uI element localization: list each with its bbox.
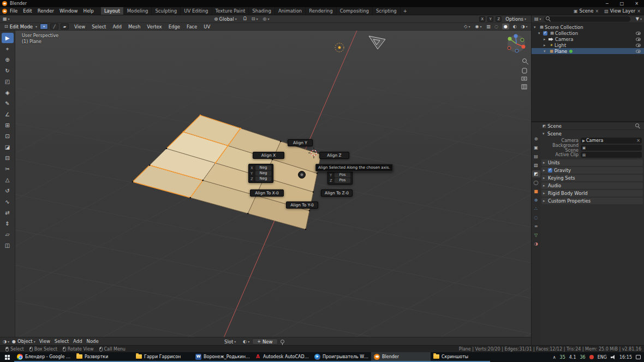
view-layer-selector[interactable]: ▧ View Layer: [604, 8, 641, 14]
disclosure-icon[interactable]: [544, 37, 548, 41]
smooth-tool-button[interactable]: ∿: [2, 197, 14, 207]
shading-rendered-button[interactable]: ◑: [521, 23, 528, 29]
tray-expand-icon[interactable]: ∧: [553, 355, 556, 360]
tab-physics-properties[interactable]: ◌: [532, 214, 540, 221]
hide-eye-icon[interactable]: [636, 50, 641, 53]
active-clip-field[interactable]: ▤: [581, 152, 642, 158]
record-tray-icon[interactable]: [589, 355, 594, 359]
taskbar-app-word[interactable]: Воронеж_Родькин_В...: [193, 352, 252, 362]
align-z-button[interactable]: Align Z: [319, 152, 349, 159]
gravity-checkbox[interactable]: [548, 168, 552, 173]
proportional-edit-icon[interactable]: ◎: [263, 16, 270, 21]
tab-sculpting[interactable]: Sculpting: [152, 7, 181, 15]
disclosure-icon[interactable]: [534, 25, 539, 29]
tab-scene-properties[interactable]: ◩: [532, 170, 540, 177]
edge-select-button[interactable]: ╱: [50, 23, 58, 29]
hide-eye-icon[interactable]: [636, 44, 641, 47]
language-indicator[interactable]: ENG: [598, 355, 607, 360]
unlink-scene-icon[interactable]: [595, 8, 599, 14]
close-icon[interactable]: ×: [629, 0, 644, 7]
start-button[interactable]: [0, 352, 14, 362]
show-gizmo-icon[interactable]: ◇: [464, 24, 470, 29]
shader-type-dropdown[interactable]: Object: [16, 339, 37, 344]
node-menu-add[interactable]: Add: [71, 339, 84, 344]
tab-texture-paint[interactable]: Texture Paint: [212, 7, 249, 15]
align-x-neg-button[interactable]: Neg: [255, 165, 271, 170]
shading-material-button[interactable]: ◐: [511, 23, 518, 29]
align-to-y0-button[interactable]: Align To Y-0: [286, 201, 318, 209]
outliner-item-collection[interactable]: ▤ Collection: [532, 30, 644, 36]
overlays-icon[interactable]: ◉: [475, 24, 481, 29]
viewport-side-icons[interactable]: [522, 59, 528, 90]
options-dropdown[interactable]: Options: [504, 16, 528, 22]
vertex-select-button[interactable]: •: [40, 23, 48, 29]
rotate-tool-button[interactable]: ↻: [2, 66, 14, 76]
collection-checkbox[interactable]: [543, 31, 547, 35]
taskbar-app-media-player[interactable]: Проигрыватель Win...: [312, 352, 371, 362]
section-units[interactable]: Units: [541, 159, 643, 166]
extrude-region-tool-button[interactable]: ⊞: [2, 120, 14, 130]
scene-section-header[interactable]: Scene: [540, 130, 644, 137]
shader-editor-icon[interactable]: ◑: [3, 339, 9, 344]
tab-tool-properties[interactable]: ⊚: [532, 135, 540, 143]
tab-modifier-properties[interactable]: ⊛: [532, 197, 540, 204]
remove-view-layer-icon[interactable]: [637, 8, 641, 14]
tab-layout[interactable]: Layout: [101, 7, 124, 15]
background-scene-field[interactable]: ▣: [581, 145, 642, 151]
node-menu-select[interactable]: Select: [52, 339, 71, 344]
bevel-tool-button[interactable]: ◪: [2, 142, 14, 152]
mirror-y-button[interactable]: Y: [487, 16, 493, 22]
viewport-3d[interactable]: User Perspective (1) Plane Align Y Align…: [15, 31, 531, 337]
tab-world-properties[interactable]: ◯: [532, 179, 540, 186]
align-to-z0-button[interactable]: Align To Z-0: [321, 189, 353, 197]
browse-material-icon[interactable]: ◐: [243, 339, 249, 344]
menu-edge[interactable]: Edge: [166, 24, 182, 29]
filter-icon[interactable]: ▼: [636, 16, 642, 21]
menu-edit[interactable]: Edit: [20, 8, 34, 14]
menu-select[interactable]: Select: [90, 24, 108, 29]
light-gizmo[interactable]: [335, 43, 344, 52]
minimize-icon[interactable]: ─: [600, 0, 615, 7]
menu-render[interactable]: Render: [35, 8, 57, 14]
select-box-tool-button[interactable]: ▶: [2, 33, 14, 43]
disclosure-icon[interactable]: [544, 49, 548, 54]
menu-view[interactable]: View: [72, 24, 87, 29]
tab-animation[interactable]: Animation: [275, 7, 306, 15]
align-y-button[interactable]: Align Y: [288, 139, 313, 146]
menu-vertex[interactable]: Vertex: [145, 24, 164, 29]
node-menu-node[interactable]: Node: [85, 339, 101, 344]
loop-cut-tool-button[interactable]: ⊟: [2, 153, 14, 163]
camera-field[interactable]: ▶ Camera: [581, 138, 642, 144]
scale-tool-button[interactable]: ◰: [2, 76, 14, 87]
tab-rendering[interactable]: Rendering: [306, 7, 336, 15]
align-z-pos-button[interactable]: Pos: [335, 178, 350, 183]
section-rigid-body-world[interactable]: Rigid Body World: [541, 190, 643, 197]
outliner-item-camera[interactable]: Camera: [532, 36, 644, 42]
menu-window[interactable]: Window: [57, 8, 81, 14]
maximize-icon[interactable]: □: [615, 0, 629, 7]
mirror-z-button[interactable]: Z: [496, 16, 502, 22]
notifications-icon[interactable]: [636, 355, 641, 359]
clear-camera-icon[interactable]: [636, 138, 640, 143]
outliner-editor-icon[interactable]: ▤: [534, 16, 541, 21]
disclosure-icon[interactable]: [544, 43, 548, 48]
outliner-item-scene-collection[interactable]: ▤ Scene Collection: [532, 24, 644, 30]
measure-tool-button[interactable]: ∠: [2, 109, 14, 120]
xray-toggle-icon[interactable]: ▥: [486, 24, 491, 29]
disclosure-icon[interactable]: [538, 31, 543, 35]
menu-uv[interactable]: UV: [201, 24, 212, 29]
taskbar-app-autocad[interactable]: Autodesk AutoCAD 2...: [252, 352, 312, 362]
hide-eye-icon[interactable]: [636, 32, 641, 35]
search-icon[interactable]: [635, 123, 640, 128]
edge-slide-tool-button[interactable]: ⇄: [2, 207, 14, 218]
add-workspace-icon[interactable]: +: [401, 8, 410, 14]
move-tool-button[interactable]: ⊕: [2, 55, 14, 65]
node-menu-view[interactable]: View: [37, 339, 52, 344]
tab-compositing[interactable]: Compositing: [337, 7, 373, 15]
section-gravity[interactable]: Gravity: [541, 167, 643, 174]
snap-magnet-icon[interactable]: Ω: [243, 16, 247, 21]
tab-object-data-properties[interactable]: ▽: [532, 232, 540, 239]
tab-view-layer-properties[interactable]: ▧: [532, 162, 540, 169]
tab-modeling[interactable]: Modeling: [124, 7, 152, 15]
tab-scripting[interactable]: Scripting: [373, 7, 401, 15]
